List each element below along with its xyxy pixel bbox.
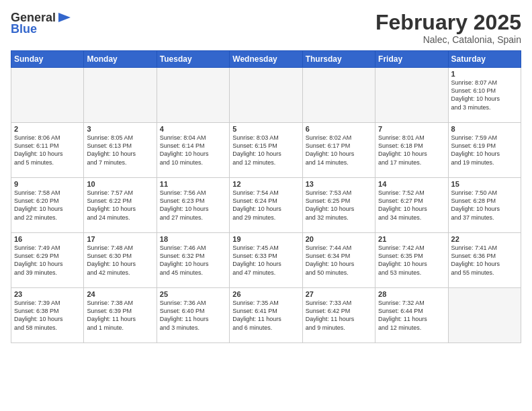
svg-marker-0: [58, 13, 71, 22]
col-wednesday: Wednesday: [230, 51, 302, 68]
calendar-day-cell: 1Sunrise: 8:07 AM Sunset: 6:10 PM Daylig…: [448, 68, 521, 123]
calendar-day-cell: 13Sunrise: 7:53 AM Sunset: 6:25 PM Dayli…: [302, 178, 375, 233]
day-info: Sunrise: 7:46 AM Sunset: 6:32 PM Dayligh…: [160, 244, 226, 277]
calendar-table: Sunday Monday Tuesday Wednesday Thursday…: [11, 50, 521, 343]
day-number: 11: [160, 180, 226, 188]
day-info: Sunrise: 7:58 AM Sunset: 6:20 PM Dayligh…: [14, 189, 81, 222]
calendar-day-cell: 22Sunrise: 7:41 AM Sunset: 6:36 PM Dayli…: [448, 233, 521, 288]
day-number: 27: [306, 290, 372, 298]
day-number: 12: [232, 180, 299, 188]
day-number: 21: [378, 235, 445, 243]
day-info: Sunrise: 7:35 AM Sunset: 6:41 PM Dayligh…: [232, 299, 299, 332]
day-info: Sunrise: 7:52 AM Sunset: 6:27 PM Dayligh…: [378, 189, 445, 222]
calendar-day-cell: [84, 68, 157, 123]
calendar-day-cell: 7Sunrise: 8:01 AM Sunset: 6:18 PM Daylig…: [375, 123, 448, 178]
calendar-day-cell: [11, 68, 84, 123]
calendar-day-cell: 21Sunrise: 7:42 AM Sunset: 6:35 PM Dayli…: [375, 233, 448, 288]
calendar-header-row: Sunday Monday Tuesday Wednesday Thursday…: [11, 51, 521, 68]
day-info: Sunrise: 7:56 AM Sunset: 6:23 PM Dayligh…: [160, 189, 226, 222]
day-info: Sunrise: 7:39 AM Sunset: 6:38 PM Dayligh…: [14, 299, 81, 332]
day-number: 9: [14, 180, 81, 188]
calendar-week-row: 1Sunrise: 8:07 AM Sunset: 6:10 PM Daylig…: [11, 68, 521, 123]
calendar-day-cell: 16Sunrise: 7:49 AM Sunset: 6:29 PM Dayli…: [11, 233, 84, 288]
calendar-day-cell: [375, 68, 448, 123]
day-number: 6: [306, 125, 372, 133]
header: General Blue February 2025 Nalec, Catalo…: [11, 11, 521, 45]
day-info: Sunrise: 8:07 AM Sunset: 6:10 PM Dayligh…: [451, 79, 518, 111]
calendar-day-cell: 28Sunrise: 7:32 AM Sunset: 6:44 PM Dayli…: [375, 288, 448, 343]
calendar-day-cell: 9Sunrise: 7:58 AM Sunset: 6:20 PM Daylig…: [11, 178, 84, 233]
calendar-day-cell: 8Sunrise: 7:59 AM Sunset: 6:19 PM Daylig…: [448, 123, 521, 178]
day-info: Sunrise: 8:02 AM Sunset: 6:17 PM Dayligh…: [306, 134, 372, 167]
day-number: 10: [87, 180, 153, 188]
day-number: 3: [87, 125, 153, 133]
calendar-week-row: 2Sunrise: 8:06 AM Sunset: 6:11 PM Daylig…: [11, 123, 521, 178]
calendar-day-cell: 3Sunrise: 8:05 AM Sunset: 6:13 PM Daylig…: [84, 123, 157, 178]
day-number: 25: [160, 290, 226, 298]
calendar-day-cell: [230, 68, 302, 123]
day-info: Sunrise: 8:01 AM Sunset: 6:18 PM Dayligh…: [378, 134, 445, 167]
day-number: 18: [160, 235, 226, 243]
day-info: Sunrise: 7:36 AM Sunset: 6:40 PM Dayligh…: [160, 299, 226, 332]
calendar-day-cell: 5Sunrise: 8:03 AM Sunset: 6:15 PM Daylig…: [230, 123, 302, 178]
calendar-day-cell: 2Sunrise: 8:06 AM Sunset: 6:11 PM Daylig…: [11, 123, 84, 178]
day-number: 17: [87, 235, 153, 243]
calendar-day-cell: 26Sunrise: 7:35 AM Sunset: 6:41 PM Dayli…: [230, 288, 302, 343]
calendar-day-cell: 14Sunrise: 7:52 AM Sunset: 6:27 PM Dayli…: [375, 178, 448, 233]
calendar-day-cell: 11Sunrise: 7:56 AM Sunset: 6:23 PM Dayli…: [157, 178, 229, 233]
calendar-day-cell: 12Sunrise: 7:54 AM Sunset: 6:24 PM Dayli…: [230, 178, 302, 233]
calendar-day-cell: [302, 68, 375, 123]
page: General Blue February 2025 Nalec, Catalo…: [0, 0, 532, 411]
day-number: 15: [451, 180, 518, 188]
col-friday: Friday: [375, 51, 448, 68]
calendar-day-cell: 25Sunrise: 7:36 AM Sunset: 6:40 PM Dayli…: [157, 288, 229, 343]
col-saturday: Saturday: [448, 51, 521, 68]
day-info: Sunrise: 7:41 AM Sunset: 6:36 PM Dayligh…: [451, 244, 518, 277]
title-block: February 2025 Nalec, Catalonia, Spain: [375, 11, 521, 45]
day-number: 28: [378, 290, 445, 298]
calendar-day-cell: [448, 288, 521, 343]
day-number: 22: [451, 235, 518, 243]
day-info: Sunrise: 7:38 AM Sunset: 6:39 PM Dayligh…: [87, 299, 153, 332]
col-sunday: Sunday: [11, 51, 84, 68]
calendar-week-row: 16Sunrise: 7:49 AM Sunset: 6:29 PM Dayli…: [11, 233, 521, 288]
calendar-day-cell: 23Sunrise: 7:39 AM Sunset: 6:38 PM Dayli…: [11, 288, 84, 343]
day-number: 7: [378, 125, 445, 133]
day-info: Sunrise: 7:32 AM Sunset: 6:44 PM Dayligh…: [378, 299, 445, 332]
day-info: Sunrise: 7:54 AM Sunset: 6:24 PM Dayligh…: [232, 189, 299, 222]
day-info: Sunrise: 7:50 AM Sunset: 6:28 PM Dayligh…: [451, 189, 518, 222]
day-info: Sunrise: 8:06 AM Sunset: 6:11 PM Dayligh…: [14, 134, 81, 167]
day-info: Sunrise: 7:42 AM Sunset: 6:35 PM Dayligh…: [378, 244, 445, 277]
day-info: Sunrise: 7:48 AM Sunset: 6:30 PM Dayligh…: [87, 244, 153, 277]
day-number: 4: [160, 125, 226, 133]
day-number: 5: [232, 125, 299, 133]
calendar-week-row: 23Sunrise: 7:39 AM Sunset: 6:38 PM Dayli…: [11, 288, 521, 343]
day-info: Sunrise: 7:57 AM Sunset: 6:22 PM Dayligh…: [87, 189, 153, 222]
day-number: 24: [87, 290, 153, 298]
day-info: Sunrise: 8:03 AM Sunset: 6:15 PM Dayligh…: [232, 134, 299, 167]
calendar-day-cell: 10Sunrise: 7:57 AM Sunset: 6:22 PM Dayli…: [84, 178, 157, 233]
day-number: 20: [306, 235, 372, 243]
calendar-day-cell: 4Sunrise: 8:04 AM Sunset: 6:14 PM Daylig…: [157, 123, 229, 178]
day-info: Sunrise: 7:44 AM Sunset: 6:34 PM Dayligh…: [306, 244, 372, 277]
calendar-day-cell: 20Sunrise: 7:44 AM Sunset: 6:34 PM Dayli…: [302, 233, 375, 288]
day-info: Sunrise: 7:45 AM Sunset: 6:33 PM Dayligh…: [232, 244, 299, 277]
col-tuesday: Tuesday: [157, 51, 229, 68]
day-number: 13: [306, 180, 372, 188]
day-number: 2: [14, 125, 81, 133]
day-number: 14: [378, 180, 445, 188]
day-number: 8: [451, 125, 518, 133]
calendar-day-cell: 27Sunrise: 7:33 AM Sunset: 6:42 PM Dayli…: [302, 288, 375, 343]
calendar-day-cell: 6Sunrise: 8:02 AM Sunset: 6:17 PM Daylig…: [302, 123, 375, 178]
day-number: 1: [451, 70, 518, 78]
day-number: 16: [14, 235, 81, 243]
calendar-day-cell: 18Sunrise: 7:46 AM Sunset: 6:32 PM Dayli…: [157, 233, 229, 288]
col-monday: Monday: [84, 51, 157, 68]
day-info: Sunrise: 7:53 AM Sunset: 6:25 PM Dayligh…: [306, 189, 372, 222]
logo: General Blue: [11, 11, 72, 36]
day-info: Sunrise: 8:04 AM Sunset: 6:14 PM Dayligh…: [160, 134, 226, 167]
day-info: Sunrise: 7:59 AM Sunset: 6:19 PM Dayligh…: [451, 134, 518, 167]
logo-flag-icon: [57, 11, 72, 24]
month-title: February 2025: [375, 11, 521, 34]
day-number: 26: [232, 290, 299, 298]
